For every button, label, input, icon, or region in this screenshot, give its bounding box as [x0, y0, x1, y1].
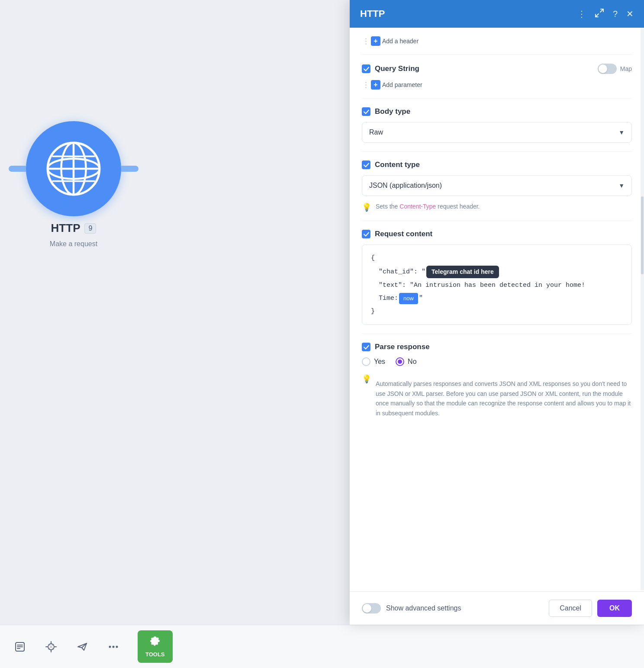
bottom-toolbar: TOOLS	[0, 625, 644, 668]
parse-response-radio-group: Yes No	[362, 357, 632, 366]
plane-icon	[75, 640, 89, 654]
fullscreen-icon[interactable]	[595, 8, 604, 20]
body-type-value: Raw	[369, 128, 383, 136]
query-string-header: Query String Map	[362, 64, 632, 74]
footer-buttons: Cancel OK	[549, 600, 632, 617]
scrollbar[interactable]	[641, 28, 644, 590]
ok-button[interactable]: OK	[597, 600, 632, 617]
http-title: HTTP	[51, 222, 80, 235]
now-chip: now	[399, 293, 418, 304]
code-line-1: {	[371, 253, 623, 264]
add-parameter-label[interactable]: Add parameter	[382, 81, 422, 88]
parse-response-yes-option[interactable]: Yes	[362, 357, 385, 366]
add-header-label[interactable]: Add a header	[382, 38, 419, 45]
query-string-title: Query String	[375, 64, 593, 73]
http-label: HTTP 9	[51, 222, 97, 235]
code-line-2: "chat_id": " Telegram chat id here	[371, 266, 623, 279]
request-content-section: Request content { "chat_id": " Telegram …	[362, 221, 632, 334]
parse-response-info: Automatically parses responses and conve…	[376, 379, 632, 418]
svg-point-16	[109, 646, 111, 648]
content-type-dropdown-arrow-icon: ▼	[618, 182, 625, 189]
parse-response-section: Parse response Yes No 💡 Automatically pa…	[362, 334, 632, 427]
svg-point-18	[116, 646, 118, 648]
content-type-section: Content type JSON (application/json) ▼ 💡…	[362, 152, 632, 221]
telegram-chat-id-tooltip: Telegram chat id here	[426, 266, 499, 279]
help-icon[interactable]: ?	[613, 9, 618, 19]
no-radio-outer[interactable]	[396, 357, 404, 366]
yes-radio-outer[interactable]	[362, 357, 370, 366]
content-type-dropdown[interactable]: JSON (application/json) ▼	[362, 175, 632, 196]
request-content-checkbox[interactable]	[362, 230, 370, 238]
hint-bulb-icon: 💡	[362, 202, 371, 212]
body-type-dropdown[interactable]: Raw ▼	[362, 122, 632, 143]
http-modal: HTTP ⋮ ? ✕ + Add a head	[350, 0, 644, 625]
code-time-suffix: "	[419, 293, 423, 304]
body-type-title: Body type	[375, 107, 632, 116]
body-type-section: Body type Raw ▼	[362, 99, 632, 152]
query-string-map-toggle[interactable]: Map	[598, 64, 632, 74]
code-chat-id-prefix: "chat_id": "	[371, 267, 425, 278]
query-string-section: Query String Map + Add parameter	[362, 55, 632, 99]
toggle-knob	[599, 64, 607, 73]
connector-right	[121, 166, 138, 172]
scroll-thumb[interactable]	[641, 196, 644, 274]
add-parameter-row[interactable]: + Add parameter	[362, 80, 632, 90]
svg-line-19	[600, 9, 603, 12]
modal-header-actions: ⋮ ? ✕	[577, 8, 634, 20]
content-type-title: Content type	[375, 161, 632, 169]
toolbar-plane-button[interactable]	[75, 640, 89, 654]
body-type-checkbox[interactable]	[362, 107, 370, 116]
content-type-checkbox[interactable]	[362, 161, 370, 169]
tools-gear-icon	[149, 636, 161, 649]
http-node-circle[interactable]	[26, 121, 121, 216]
advanced-settings-knob	[363, 604, 371, 613]
query-string-checkbox[interactable]	[362, 64, 370, 73]
code-line-5: }	[371, 306, 623, 317]
content-type-hint: 💡 Sets the Content-Type request header.	[362, 202, 632, 212]
add-header-plus-icon[interactable]: +	[371, 36, 380, 46]
add-parameter-plus-icon[interactable]: +	[371, 80, 380, 90]
parse-response-hint: 💡 Automatically parses responses and con…	[362, 374, 632, 418]
parse-response-title: Parse response	[375, 343, 632, 351]
connector-left	[9, 166, 26, 172]
request-content-header: Request content	[362, 230, 632, 238]
code-brace-open: {	[371, 253, 375, 264]
request-content-title: Request content	[375, 230, 632, 238]
modal-footer: Show advanced settings Cancel OK	[350, 591, 644, 625]
parse-response-header: Parse response	[362, 343, 632, 351]
add-header-row[interactable]: + Add a header	[362, 36, 632, 46]
advanced-settings-toggle[interactable]	[362, 603, 381, 613]
hint-text: Sets the Content-Type request header.	[376, 202, 480, 211]
cancel-button[interactable]: Cancel	[549, 600, 592, 617]
parse-response-checkbox[interactable]	[362, 343, 370, 351]
no-radio-label: No	[408, 358, 416, 366]
code-line-3: "text": "An intrusion has been detected …	[371, 280, 623, 291]
svg-line-20	[596, 14, 599, 17]
code-text-line: "text": "An intrusion has been detected …	[371, 280, 585, 291]
no-radio-inner	[398, 360, 402, 364]
more-dots-icon	[106, 640, 120, 654]
request-content-editor[interactable]: { "chat_id": " Telegram chat id here "te…	[362, 244, 632, 325]
body-type-header: Body type	[362, 107, 632, 116]
toolbar-tools-button[interactable]: TOOLS	[138, 630, 173, 663]
more-options-icon[interactable]: ⋮	[577, 9, 586, 19]
map-toggle-switch[interactable]	[598, 64, 617, 74]
svg-point-17	[113, 646, 115, 648]
toolbar-note-button[interactable]	[13, 640, 27, 654]
code-line-4: Time: now "	[371, 293, 623, 304]
yes-radio-label: Yes	[374, 358, 385, 366]
dropdown-arrow-icon: ▼	[618, 129, 625, 136]
tools-label: TOOLS	[145, 651, 165, 658]
code-brace-close: }	[371, 306, 375, 317]
toolbar-magic-button[interactable]	[44, 640, 58, 654]
modal-body: + Add a header Query String Map	[350, 28, 644, 591]
toolbar-more-button[interactable]	[106, 640, 120, 654]
advanced-settings-toggle-area: Show advanced settings	[362, 603, 461, 613]
close-icon[interactable]: ✕	[626, 9, 634, 19]
http-node[interactable]: HTTP 9 Make a request	[26, 121, 121, 248]
map-toggle-label: Map	[620, 65, 632, 72]
code-time-prefix: Time:	[371, 293, 398, 304]
parse-response-no-option[interactable]: No	[396, 357, 416, 366]
http-badge: 9	[84, 223, 96, 234]
content-type-value: JSON (application/json)	[369, 182, 442, 189]
